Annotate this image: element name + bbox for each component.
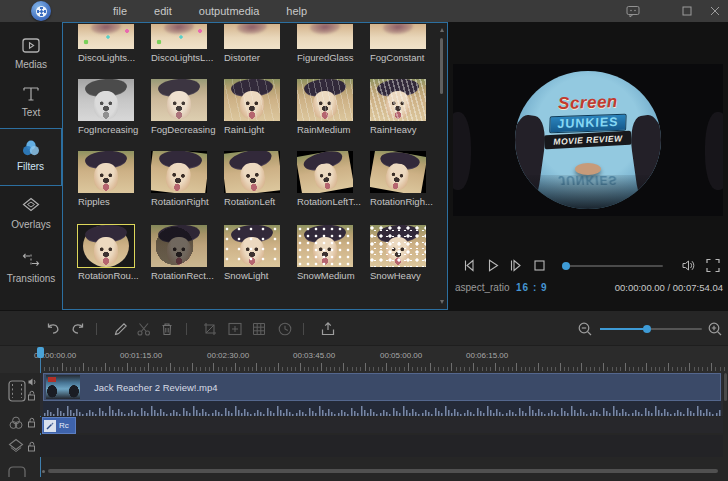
overlay-track-lock-icon[interactable] [27,441,37,452]
menu-item-outputmedia[interactable]: outputmedia [199,5,260,17]
filter-item-discolightsl[interactable]: DiscoLightsL... [151,24,224,63]
selected-filter-thumb[interactable] [78,225,134,267]
filter-item-rainmedium[interactable]: RainMedium [297,79,370,135]
filter-item-figuredglass[interactable]: FiguredGlass [297,24,370,63]
filter-clip[interactable]: Rc [42,417,76,434]
timeline-zoom-slider[interactable] [600,328,702,330]
ruler-label: 00:01:15.00 [120,351,162,360]
aspect-ratio-value[interactable]: 16 : 9 [516,282,548,293]
redo-button[interactable] [69,320,87,338]
filter-item-rotationrigh[interactable]: RotationRigh... [370,151,443,207]
next-frame-button[interactable] [507,257,524,274]
medias-icon [20,36,42,56]
sidebar-item-overlays[interactable]: Overlays [0,196,62,230]
volume-icon[interactable] [680,257,697,274]
playhead-handle[interactable] [37,347,44,358]
host-silhouette-right [705,112,723,190]
export-button[interactable] [319,320,337,338]
filter-item-distorter[interactable]: Distorter [224,24,297,63]
filter-item-snowlight[interactable]: SnowLight [224,225,297,281]
filters-icon [20,138,42,158]
seek-handle[interactable] [562,262,570,270]
menu-item-edit[interactable]: edit [154,5,172,17]
filter-track-lock-icon[interactable] [27,417,37,428]
filter-item-fogdecreasing[interactable]: FogDecreasing [151,79,224,135]
filter-clip-label: Rc [59,421,69,430]
zoom-clip-button[interactable] [226,320,244,338]
hscroll-left-arrow[interactable] [42,470,45,473]
sidebar-item-transitions[interactable]: Transitions [0,250,62,284]
scroll-down-arrow[interactable] [440,300,444,304]
sidebar: Medias Text Filters Overlays Transitions [0,22,62,310]
menu-item-help[interactable]: help [286,5,307,17]
app-logo-icon[interactable] [31,1,51,21]
duration-button[interactable] [276,320,294,338]
desk-shadow [515,175,661,209]
undo-button[interactable] [44,320,62,338]
ruler-label: 00:03:45.00 [293,351,335,360]
filter-item-rotationrect[interactable]: RotationRect... [151,225,224,281]
sidebar-item-filters[interactable]: Filters [0,128,62,186]
delete-button[interactable] [158,320,176,338]
feedback-icon[interactable] [626,5,640,18]
video-editor-window: file edit outputmedia help Medias [0,0,728,481]
scrollbar-thumb[interactable] [440,38,443,94]
video-clip-thumbnail [46,375,80,399]
preview-panel: Screen JUNKIES MOVIE REVIEW JUNKIES [448,22,728,310]
play-button[interactable] [484,257,501,274]
zoom-in-icon[interactable] [706,320,724,338]
text-track-icon-partial [7,465,27,477]
maximize-button[interactable] [682,6,692,16]
sidebar-item-medias[interactable]: Medias [0,36,62,70]
timeline-ruler[interactable]: 00:00:00.00 00:01:15.00 00:02:30.00 00:0… [0,345,728,373]
zoom-slider-handle[interactable] [643,325,651,333]
video-track-lock-icon[interactable] [27,390,37,401]
filters-scrollbar[interactable] [440,28,444,304]
seek-slider[interactable] [563,265,663,267]
sidebar-item-text[interactable]: Text [0,84,62,118]
filter-item-ripples[interactable]: Ripples [78,151,151,207]
video-clip-header: Jack Reacher 2 Review!.mp4 [43,373,721,401]
video-track-audio-icon[interactable] [27,377,37,387]
filter-item-snowheavy[interactable]: SnowHeavy [370,225,443,281]
filter-item-fogconstant[interactable]: FogConstant [370,24,443,63]
transitions-icon [20,250,42,270]
timeline-vertical-scrollbar[interactable] [724,373,727,401]
filters-row: FogIncreasing FogDecreasing RainLight Ra… [78,79,443,135]
split-scissors-button[interactable] [135,320,153,338]
crop-button[interactable] [201,320,219,338]
filter-item-rotationround-selected[interactable]: RotationRou... [78,225,151,281]
filter-track-lane[interactable] [40,417,723,433]
overlay-track-lane[interactable] [40,435,723,457]
overlay-track-icon [7,437,25,455]
filters-row: DiscoLights... DiscoLightsL... Distorter… [78,24,443,63]
show-logo-line1: Screen [515,90,661,115]
scroll-up-arrow[interactable] [440,28,444,32]
filters-panel: DiscoLights... DiscoLightsL... Distorter… [62,22,448,310]
zoom-out-icon[interactable] [576,320,594,338]
filter-item-rotationright[interactable]: RotationRight [151,151,224,207]
filter-item-discolights[interactable]: DiscoLights... [78,24,151,63]
previous-frame-button[interactable] [461,257,478,274]
timeline-toolbar [0,317,728,341]
filter-item-snowmedium[interactable]: SnowMedium [297,225,370,281]
fullscreen-icon[interactable] [705,257,721,274]
menu-item-file[interactable]: file [113,5,127,17]
filter-item-rotationleft[interactable]: RotationLeft [224,151,297,207]
mosaic-button[interactable] [250,320,268,338]
sidebar-item-label: Text [22,107,40,118]
aspect-ratio-label: aspect_ratio [455,282,509,293]
filter-item-rainlight[interactable]: RainLight [224,79,297,135]
video-clip[interactable]: Jack Reacher 2 Review!.mp4 [43,373,721,416]
video-preview[interactable]: Screen JUNKIES MOVIE REVIEW JUNKIES [453,64,723,216]
edit-clip-button[interactable] [112,320,130,338]
window-controls [626,0,720,22]
host-silhouette-left [453,112,471,190]
timeline-horizontal-scrollbar[interactable] [48,469,718,473]
stop-button[interactable] [532,257,547,274]
audio-waveform [43,401,721,416]
filter-item-fogincreasing[interactable]: FogIncreasing [78,79,151,135]
filter-item-rainheavy[interactable]: RainHeavy [370,79,443,135]
close-button[interactable] [710,6,720,16]
filter-item-rotationleftt[interactable]: RotationLeftT... [297,151,370,207]
